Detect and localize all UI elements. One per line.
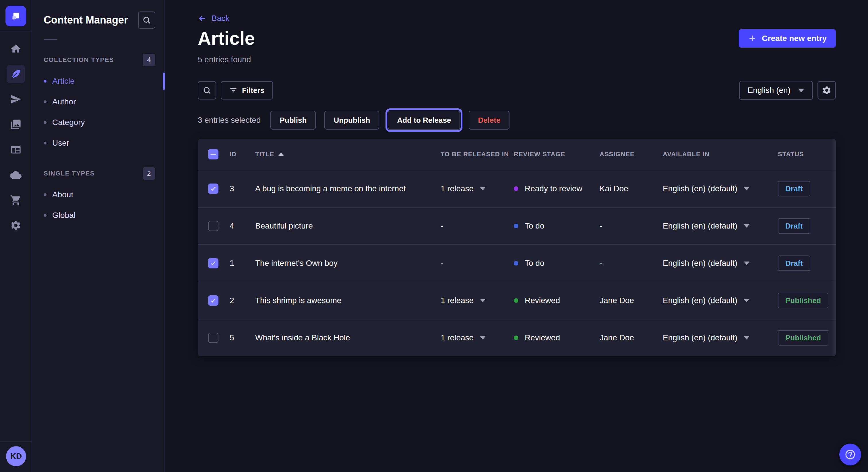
assignee-cell: Jane Doe	[600, 296, 663, 305]
column-header-title-label: TITLE	[255, 150, 274, 158]
rail-divider-bottom	[0, 441, 32, 442]
subnav-item-label: Article	[52, 76, 74, 86]
locale-label: English (en) (default)	[663, 333, 737, 342]
unpublish-button[interactable]: Unpublish	[324, 111, 379, 130]
row-id: 5	[229, 333, 255, 342]
paper-plane-icon	[10, 94, 22, 105]
bullet-icon	[43, 80, 46, 82]
status-cell: Draft	[778, 181, 836, 196]
stage-dot-icon	[514, 261, 518, 266]
subnav-item-label: Global	[52, 211, 75, 220]
release-count: 1 release	[441, 296, 474, 305]
chevron-down-icon	[744, 187, 749, 191]
gear-icon	[10, 220, 22, 231]
bullet-icon	[43, 214, 46, 217]
strapi-logo-icon	[10, 10, 22, 22]
locale-dropdown[interactable]: English (en) (default)	[663, 222, 778, 231]
filters-button[interactable]: Filters	[221, 81, 273, 100]
subnav-search-button[interactable]	[138, 11, 155, 29]
plus-icon	[748, 34, 756, 43]
review-stage-cell: Ready to review	[514, 184, 600, 193]
row-checkbox[interactable]	[208, 221, 218, 231]
locale-dropdown[interactable]: English (en) (default)	[663, 259, 778, 268]
bullet-icon	[43, 142, 46, 144]
section-count-badge: 4	[143, 54, 155, 66]
chevron-down-icon	[480, 299, 486, 302]
add-to-release-button[interactable]: Add to Release	[388, 111, 460, 130]
row-checkbox[interactable]	[208, 183, 218, 194]
release-dropdown[interactable]: 1 release	[441, 184, 514, 193]
home-icon	[10, 43, 22, 55]
subnav-item-label: Author	[52, 97, 76, 106]
chevron-down-icon	[480, 187, 486, 191]
stage-dot-icon	[514, 187, 518, 191]
sidebar-item-category[interactable]: Category	[32, 112, 164, 133]
release-dropdown: -	[441, 259, 514, 268]
locale-dropdown[interactable]: English (en) (default)	[663, 184, 778, 193]
select-all-checkbox[interactable]	[208, 149, 218, 160]
locale-dropdown[interactable]: English (en) (default)	[663, 333, 778, 342]
delete-button[interactable]: Delete	[469, 111, 509, 130]
locale-dropdown[interactable]: English (en) (default)	[663, 296, 778, 305]
status-badge: Published	[778, 330, 828, 345]
locale-select[interactable]: English (en)	[739, 81, 813, 100]
sidebar-item-article[interactable]: Article	[32, 71, 164, 92]
table-row: 2 This shrimp is awesome 1 release Revie…	[198, 281, 836, 319]
sidebar-item-global[interactable]: Global	[32, 205, 164, 226]
sidebar-item-releases[interactable]	[7, 90, 25, 108]
sidebar-item-settings[interactable]	[7, 216, 25, 235]
row-checkbox[interactable]	[208, 295, 218, 306]
sidebar-item-marketplace[interactable]	[7, 191, 25, 209]
back-link[interactable]: Back	[198, 14, 229, 23]
images-icon	[10, 119, 22, 130]
column-header-stage: REVIEW STAGE	[514, 150, 600, 158]
section-label: SINGLE TYPES	[43, 170, 95, 177]
sidebar-item-user[interactable]: User	[32, 133, 164, 154]
sidebar-item-content-manager[interactable]	[7, 65, 25, 83]
assignee-cell: -	[600, 259, 663, 268]
assignee-cell: Kai Doe	[600, 184, 663, 193]
sidebar-item-media-library[interactable]	[7, 115, 25, 134]
subnav-title: Content Manager	[43, 14, 128, 26]
status-cell: Draft	[778, 256, 836, 271]
release-dropdown[interactable]: 1 release	[441, 333, 514, 342]
help-button[interactable]	[839, 444, 861, 465]
sidebar-item-author[interactable]: Author	[32, 92, 164, 112]
row-checkbox[interactable]	[208, 333, 218, 343]
row-title: The internet's Own boy	[255, 259, 441, 268]
column-header-status: STATUS	[778, 150, 836, 158]
publish-button[interactable]: Publish	[270, 111, 316, 130]
sidebar-item-content-type-builder[interactable]	[7, 140, 25, 159]
subnav-item-label: About	[52, 190, 73, 199]
release-dropdown[interactable]: 1 release	[441, 296, 514, 305]
sidebar-item-deploy[interactable]	[7, 166, 25, 184]
bullet-icon	[43, 100, 46, 103]
row-checkbox[interactable]	[208, 258, 218, 268]
column-header-available: AVAILABLE IN	[663, 150, 778, 158]
release-dropdown: -	[441, 222, 514, 231]
user-avatar[interactable]: KD	[6, 446, 26, 466]
release-count: -	[441, 259, 443, 268]
sidebar-item-home[interactable]	[7, 40, 25, 58]
locale-value: English (en)	[748, 86, 790, 95]
review-stage-cell: To do	[514, 222, 600, 231]
bullet-icon	[43, 121, 46, 124]
view-settings-button[interactable]	[817, 81, 836, 100]
create-new-entry-button[interactable]: Create new entry	[739, 29, 836, 47]
feather-icon	[10, 68, 22, 80]
table-row: 5 What's inside a Black Hole 1 release R…	[198, 319, 836, 356]
table-search-button[interactable]	[198, 81, 216, 100]
row-title: What's inside a Black Hole	[255, 333, 441, 342]
section-count-badge: 2	[143, 167, 155, 180]
review-stage-cell: Reviewed	[514, 296, 600, 305]
sidebar-item-about[interactable]: About	[32, 184, 164, 205]
strapi-logo[interactable]	[5, 6, 26, 26]
column-header-title[interactable]: TITLE	[255, 150, 441, 158]
stage-dot-icon	[514, 298, 518, 303]
status-cell: Published	[778, 330, 836, 345]
check-icon	[210, 297, 217, 304]
column-header-release: TO BE RELEASED IN	[441, 150, 514, 158]
single-types-section: SINGLE TYPES 2 About Global	[32, 167, 164, 226]
section-label: COLLECTION TYPES	[43, 56, 114, 64]
table-row: 4 Beautiful picture - To do - English (e…	[198, 207, 836, 244]
